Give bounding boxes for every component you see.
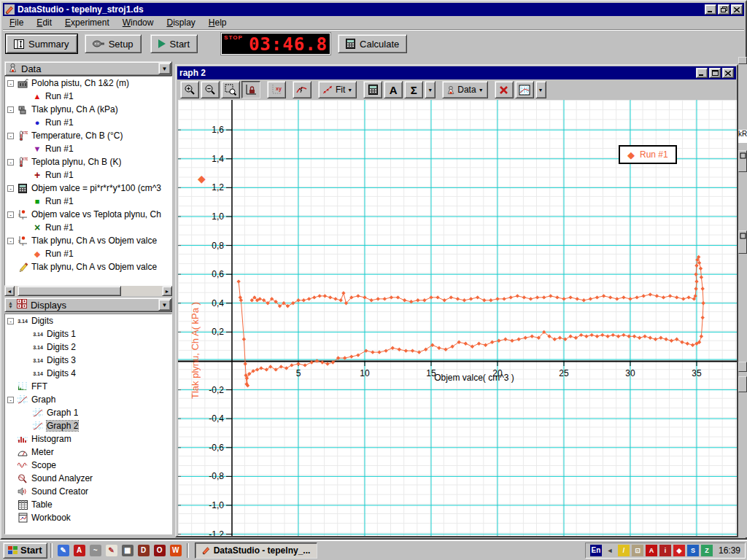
statistics-button[interactable]: Σ: [404, 81, 423, 98]
display-item[interactable]: Table: [5, 498, 171, 511]
background-window-fragment[interactable]: [738, 57, 747, 64]
summary-button[interactable]: Summary: [6, 34, 77, 53]
background-window-fragment[interactable]: [738, 150, 747, 172]
text-tool-button[interactable]: A: [384, 81, 403, 98]
brush-tray-icon[interactable]: /: [618, 545, 630, 556]
restore-button[interactable]: [718, 4, 729, 15]
menu-file[interactable]: File: [3, 16, 30, 29]
display-item[interactable]: Sound Analyzer: [5, 472, 171, 485]
data-panel-dropdown[interactable]: ▼: [158, 63, 171, 74]
smart-tool-button[interactable]: [293, 81, 311, 98]
data-item[interactable]: -yxObjem valce vs Teplota plynu, Ch: [5, 208, 171, 221]
setup-button[interactable]: Setup: [85, 34, 142, 53]
graph-maximize-button[interactable]: [709, 68, 721, 78]
data-menu-button[interactable]: Data ▼: [442, 81, 487, 98]
collapse-toggle-icon[interactable]: -: [7, 80, 14, 87]
data-item[interactable]: -Objem valce = pi*r*r*y*100 (cm^3: [5, 182, 171, 195]
display-item[interactable]: FFT: [5, 380, 171, 393]
settings-dropdown[interactable]: ▼: [535, 81, 546, 98]
acrobat-quicklaunch-icon[interactable]: A: [72, 543, 87, 558]
panel-splitter-icon[interactable]: ▲▼: [8, 301, 13, 308]
graph-minimize-button[interactable]: [696, 68, 708, 78]
calculator-quicklaunch-icon[interactable]: ▦: [120, 543, 135, 558]
data-panel-header[interactable]: Data ▼: [4, 61, 172, 76]
statistics-dropdown[interactable]: ▼: [425, 81, 436, 98]
scale-to-fit-button[interactable]: [241, 81, 260, 98]
run-item[interactable]: ◆Run #1: [5, 247, 171, 260]
display-item[interactable]: Workbook: [5, 511, 171, 524]
data-item[interactable]: -Tlak plynu, Ch A (kPa): [5, 103, 171, 116]
data-item[interactable]: -Poloha pistu, Ch 1&2 (m): [5, 77, 171, 90]
menu-experiment[interactable]: Experiment: [58, 16, 116, 29]
graph-close-button[interactable]: [722, 68, 734, 78]
fit-button[interactable]: Fit ▼: [318, 81, 357, 98]
zoom-in-button[interactable]: [180, 81, 199, 98]
run-item[interactable]: ▼Run #1: [5, 142, 171, 155]
menu-window[interactable]: Window: [116, 16, 160, 29]
scroll-left-icon[interactable]: ◄: [4, 286, 15, 296]
scheduler-tray-icon[interactable]: ⊡: [632, 545, 643, 556]
minimize-button[interactable]: [705, 4, 716, 15]
opera-quicklaunch-icon[interactable]: O: [152, 543, 167, 558]
displays-panel-dropdown[interactable]: ▼: [158, 299, 171, 311]
language-indicator[interactable]: En: [590, 545, 602, 556]
display-item[interactable]: Sound Creator: [5, 485, 171, 498]
background-window-fragment[interactable]: [738, 376, 747, 392]
connect-tray-icon[interactable]: Z: [701, 545, 713, 556]
collapse-toggle-icon[interactable]: -: [7, 185, 14, 192]
run-item[interactable]: ▲Run #1: [5, 90, 171, 103]
mascot-tray-icon[interactable]: i: [659, 545, 671, 556]
dragon-quicklaunch-icon[interactable]: D: [136, 543, 151, 558]
scroll-right-icon[interactable]: ►: [162, 286, 172, 296]
collapse-toggle-icon[interactable]: -: [7, 159, 14, 166]
zoom-out-button[interactable]: [201, 81, 220, 98]
sync-tray-icon[interactable]: S: [687, 545, 699, 556]
display-child-item[interactable]: Graph 1: [5, 406, 171, 419]
collapse-toggle-icon[interactable]: -: [7, 106, 14, 113]
data-item[interactable]: -KTDTemperature, Ch B (°C): [5, 129, 171, 142]
start-button[interactable]: Start: [150, 34, 198, 53]
collapse-toggle-icon[interactable]: -: [7, 133, 14, 139]
graph-settings-button[interactable]: [515, 81, 534, 98]
y-axis-series-icon[interactable]: ◆: [198, 173, 206, 184]
display-item[interactable]: Meter: [5, 446, 171, 459]
align-axes-button[interactable]: xy: [267, 81, 286, 98]
background-window-fragment[interactable]: [738, 230, 747, 254]
y-axis-title[interactable]: Tlak plynu, Ch A( kPa ): [190, 271, 201, 431]
run-item[interactable]: ■Run #1: [5, 195, 171, 208]
display-item[interactable]: Scope: [5, 459, 171, 472]
collapse-toggle-icon[interactable]: -: [7, 318, 14, 324]
zoom-select-button[interactable]: [221, 81, 240, 98]
display-child-item[interactable]: 3.14Digits 4: [5, 367, 171, 380]
display-child-item[interactable]: 3.14Digits 1: [5, 327, 171, 341]
display-item[interactable]: -Graph: [5, 393, 171, 406]
run-item[interactable]: ●Run #1: [5, 116, 171, 129]
notes-quicklaunch-icon[interactable]: ✎: [56, 543, 71, 558]
collapse-toggle-icon[interactable]: -: [7, 238, 14, 244]
paint-quicklaunch-icon[interactable]: ✎: [104, 543, 119, 558]
background-window-fragment[interactable]: [738, 362, 747, 372]
ati-tray-icon[interactable]: A: [646, 545, 657, 556]
data-item[interactable]: Tlak plynu, Ch A vs Objem valce: [5, 260, 171, 273]
display-child-item[interactable]: 3.14Digits 3: [5, 354, 171, 367]
taskbar-clock[interactable]: 16:39: [719, 545, 740, 556]
start-menu-button[interactable]: Start: [3, 542, 47, 559]
menu-help[interactable]: Help: [202, 16, 233, 29]
graph-calculate-button[interactable]: [363, 81, 382, 98]
datastudio-task-button[interactable]: DataStudio - tepelny_...: [195, 542, 317, 559]
graph-title-bar[interactable]: raph 2: [177, 66, 736, 79]
data-item[interactable]: -KTDTeplota plynu, Ch B (K): [5, 155, 171, 168]
close-button[interactable]: [731, 4, 743, 15]
background-window-text[interactable]: kR: [738, 130, 747, 143]
menu-edit[interactable]: Edit: [30, 16, 58, 29]
collapse-toggle-icon[interactable]: -: [7, 211, 14, 218]
calculate-button[interactable]: Calculate: [338, 34, 407, 53]
run-item[interactable]: +Run #1: [5, 168, 171, 182]
winamp-quicklaunch-icon[interactable]: W: [169, 543, 183, 558]
displays-panel-header[interactable]: ▲▼ Displays ▼: [4, 298, 172, 312]
x-axis-title[interactable]: Objem valce( cm^3 ): [397, 373, 551, 383]
scroll-thumb[interactable]: [18, 286, 121, 296]
delete-button[interactable]: [495, 81, 514, 98]
data-item[interactable]: -yxTlak plynu, Ch A vs Objem valce: [5, 234, 171, 247]
display-item[interactable]: Histogram: [5, 432, 171, 446]
